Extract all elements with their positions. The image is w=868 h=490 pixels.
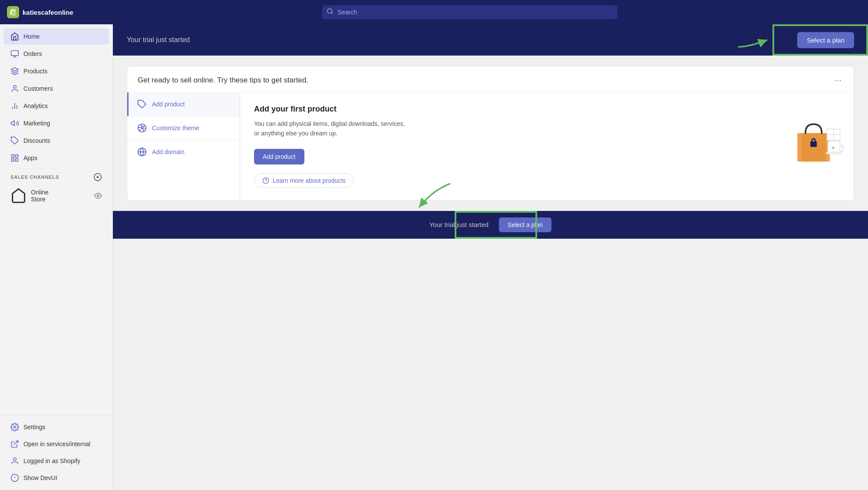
sidebar-item-open-services[interactable]: Open in services/internal — [3, 436, 109, 452]
settings-label: Settings — [23, 424, 46, 431]
sidebar-label-discounts: Discounts — [23, 137, 50, 144]
sidebar-item-marketing[interactable]: Marketing — [3, 115, 109, 132]
app-body: Home Orders Products Customers Analytics — [0, 24, 868, 490]
apps-icon — [10, 154, 19, 162]
settings-icon — [10, 423, 19, 431]
product-illustration-svg: ★ — [775, 105, 848, 170]
sidebar-item-customers[interactable]: Customers — [3, 80, 109, 97]
tip-label-customize-theme: Customize theme — [152, 125, 199, 132]
svg-rect-14 — [12, 159, 14, 161]
add-domain-icon — [137, 147, 147, 157]
tips-detail-title: Add your first product — [254, 105, 764, 114]
sidebar-label-marketing: Marketing — [23, 120, 50, 127]
sidebar-item-discounts[interactable]: Discounts — [3, 132, 109, 149]
search-icon — [327, 8, 333, 16]
svg-rect-1 — [11, 51, 19, 56]
svg-rect-12 — [16, 155, 18, 158]
logged-in-label: Logged in as Shopify — [23, 457, 80, 464]
tip-item-customize-theme[interactable]: Customize theme — [127, 116, 240, 140]
sidebar-label-home: Home — [23, 33, 40, 40]
tips-detail-text: Add your first product You can add physi… — [254, 105, 764, 188]
tips-list: Add product Customize theme — [127, 92, 240, 200]
svg-point-5 — [13, 86, 17, 89]
sidebar-label-customers: Customers — [23, 85, 53, 92]
customize-theme-icon — [137, 123, 147, 133]
customers-icon — [10, 84, 19, 93]
open-services-label: Open in services/internal — [23, 441, 90, 447]
svg-point-36 — [826, 151, 842, 155]
learn-more-label: Learn more about products — [273, 177, 346, 184]
sidebar-item-home[interactable]: Home — [3, 28, 109, 45]
sidebar-item-logged-in[interactable]: Logged in as Shopify — [3, 453, 109, 469]
brand: katiescafeonline — [7, 6, 73, 18]
add-sales-channel-icon[interactable] — [93, 173, 102, 181]
sidebar-item-devui[interactable]: Show DevUI — [3, 470, 109, 486]
tips-body: Add product Customize theme — [127, 92, 854, 200]
sidebar-bottom: Settings Open in services/internal Logge… — [0, 414, 112, 487]
product-illustration: ★ — [775, 105, 840, 171]
trial-text-bottom: Your trial just started — [429, 221, 488, 228]
svg-rect-11 — [12, 155, 14, 158]
arrow-top — [736, 30, 771, 49]
home-icon — [10, 32, 19, 41]
svg-line-20 — [14, 441, 18, 445]
add-product-button[interactable]: Add product — [254, 149, 304, 164]
marketing-icon — [10, 119, 19, 128]
devui-label: Show DevUI — [23, 474, 57, 481]
orders-icon — [10, 49, 19, 58]
trial-banner-top: Your trial just started Select a plan — [113, 24, 868, 56]
svg-rect-13 — [16, 159, 18, 161]
online-store-left[interactable]: Online Store — [10, 187, 49, 204]
sidebar-label-apps: Apps — [23, 155, 37, 161]
svg-point-19 — [14, 426, 16, 428]
store-name: katiescafeonline — [23, 9, 73, 16]
svg-marker-9 — [11, 121, 15, 126]
bottom-banner: Your trial just started Select a plan — [113, 211, 868, 239]
analytics-icon — [10, 102, 19, 110]
more-options-button[interactable]: ··· — [832, 75, 843, 85]
search-bar — [322, 5, 617, 19]
tips-card: Get ready to sell online. Try these tips… — [127, 66, 854, 201]
svg-rect-34 — [810, 141, 817, 147]
sidebar-item-products[interactable]: Products — [3, 63, 109, 79]
products-icon — [10, 67, 19, 76]
tips-detail: Add your first product You can add physi… — [240, 92, 854, 200]
tips-detail-desc: You can add physical items, digital down… — [254, 119, 410, 138]
svg-point-21 — [13, 458, 17, 461]
select-plan-button-top[interactable]: Select a plan — [797, 32, 854, 48]
tip-label-add-domain: Add domain — [152, 148, 185, 155]
discounts-icon — [10, 136, 19, 145]
add-product-icon — [137, 99, 147, 109]
top-nav: katiescafeonline — [0, 0, 868, 24]
sidebar-item-analytics[interactable]: Analytics — [3, 98, 109, 114]
svg-point-0 — [327, 9, 332, 13]
tip-item-add-product[interactable]: Add product — [127, 92, 240, 116]
online-store-label: Online Store — [31, 189, 48, 203]
search-input[interactable] — [322, 5, 617, 19]
sidebar: Home Orders Products Customers Analytics — [0, 24, 113, 490]
online-store-icon — [10, 187, 26, 204]
help-circle-icon — [262, 177, 269, 184]
sidebar-label-orders: Orders — [23, 50, 42, 57]
eye-icon[interactable] — [94, 192, 102, 200]
select-plan-button-bottom[interactable]: Select a plan — [499, 217, 551, 232]
svg-marker-4 — [11, 68, 19, 71]
main-content: Your trial just started Select a plan Ge… — [113, 24, 868, 490]
svg-text:★: ★ — [831, 145, 835, 150]
user-circle-icon — [10, 457, 19, 465]
external-link-icon — [10, 440, 19, 448]
learn-more-button[interactable]: Learn more about products — [254, 173, 354, 188]
sidebar-item-apps[interactable]: Apps — [3, 150, 109, 166]
sidebar-label-products: Products — [23, 68, 47, 75]
devui-icon — [10, 474, 19, 482]
content-area: Get ready to sell online. Try these tips… — [113, 56, 868, 211]
sidebar-item-online-store[interactable]: Online Store — [3, 184, 109, 207]
tips-card-title: Get ready to sell online. Try these tips… — [138, 76, 308, 85]
sidebar-item-settings[interactable]: Settings — [3, 419, 109, 435]
trial-text-top: Your trial just started — [127, 36, 190, 44]
sidebar-label-analytics: Analytics — [23, 102, 48, 109]
tip-item-add-domain[interactable]: Add domain — [127, 140, 240, 164]
sidebar-item-orders[interactable]: Orders — [3, 46, 109, 62]
svg-point-18 — [97, 194, 99, 197]
tips-card-header: Get ready to sell online. Try these tips… — [127, 66, 854, 92]
